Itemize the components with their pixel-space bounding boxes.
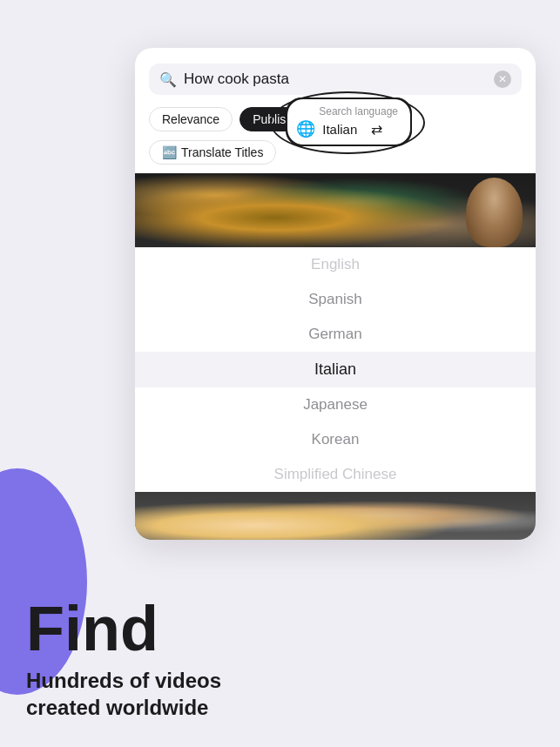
lang-item-japanese[interactable]: Japanese <box>135 387 536 422</box>
find-headline: Find <box>26 597 221 660</box>
find-subheadline: Hundreds of videoscreated worldwide <box>26 667 221 721</box>
language-label: Search language <box>319 105 398 118</box>
food-image-bottom-inner <box>135 492 536 540</box>
swap-icon[interactable]: ⇄ <box>371 121 382 138</box>
clear-button[interactable]: ✕ <box>494 71 511 88</box>
bottom-section: Find Hundreds of videoscreated worldwide <box>26 597 221 721</box>
translate-titles-label: Translate Titles <box>181 145 263 159</box>
translate-icon: 🔤 <box>162 145 177 159</box>
filter-relevance[interactable]: Relevance <box>149 107 233 131</box>
search-input[interactable]: How cook pasta <box>184 71 487 88</box>
lang-item-english[interactable]: English <box>135 247 536 282</box>
language-picker: English Spanish German Italian Japanese … <box>135 247 536 492</box>
language-value-row: 🌐 Italian ⇄ <box>296 119 382 138</box>
food-image-bottom <box>135 492 536 540</box>
lang-item-german[interactable]: German <box>135 317 536 352</box>
search-bar[interactable]: 🔍 How cook pasta ✕ <box>149 64 522 95</box>
lang-item-italian[interactable]: Italian <box>135 352 536 387</box>
globe-icon: 🌐 <box>296 119 315 138</box>
language-name: Italian <box>322 122 357 137</box>
translate-titles-button[interactable]: 🔤 Translate Titles <box>149 140 276 165</box>
language-indicator[interactable]: Search language 🌐 Italian ⇄ <box>286 98 412 146</box>
person-image <box>466 178 523 247</box>
lang-item-korean[interactable]: Korean <box>135 422 536 457</box>
lang-item-spanish[interactable]: Spanish <box>135 282 536 317</box>
lang-item-simplified-chinese[interactable]: Simplified Chinese <box>135 457 536 492</box>
food-image-top <box>135 173 536 247</box>
search-icon: 🔍 <box>159 71 177 88</box>
